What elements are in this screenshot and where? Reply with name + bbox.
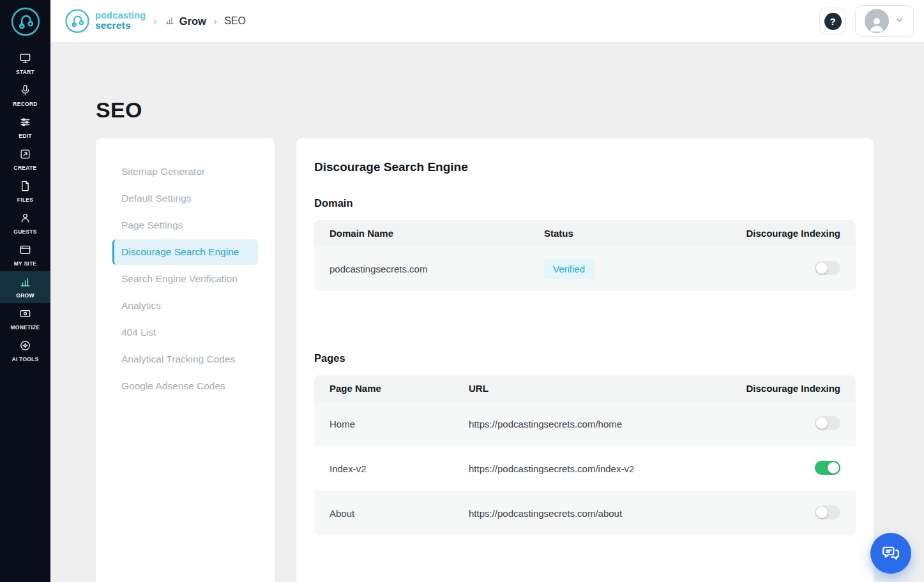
subnav-item-default-settings[interactable]: Default Settings	[112, 186, 258, 211]
domain-section-heading: Domain	[314, 197, 856, 209]
sidebar-item-label: GUESTS	[13, 228, 36, 235]
column-header-discourage-indexing: Discourage Indexing	[746, 228, 840, 239]
subnav-item-sitemap-generator[interactable]: Sitemap Generator	[112, 159, 258, 184]
sidebar-item-my-site[interactable]: MY SITE	[0, 239, 50, 271]
pages-section-heading: Pages	[314, 352, 856, 364]
podcasting-secrets-logo-icon	[10, 29, 42, 40]
create-icon	[19, 148, 31, 163]
breadcrumb-grow-label: Grow	[179, 15, 206, 27]
brand[interactable]: podcasting secrets	[64, 8, 146, 34]
main-content: SEO Sitemap Generator Default Settings P…	[50, 43, 924, 582]
app-window: START RECORD EDIT CREATE FILES GUESTS	[0, 0, 924, 582]
sidebar-item-grow[interactable]: GROW	[0, 271, 50, 303]
sidebar-item-guests[interactable]: GUESTS	[0, 207, 50, 239]
column-header-domain-name: Domain Name	[329, 228, 544, 239]
help-icon: ?	[824, 13, 842, 30]
table-row: Index-v2 https://podcastingsecrets.com/i…	[314, 446, 856, 491]
domain-table-header: Domain Name Status Discourage Indexing	[314, 220, 856, 246]
record-mic-icon	[19, 84, 31, 99]
sidebar-item-edit[interactable]: EDIT	[0, 112, 50, 144]
breadcrumb-grow[interactable]: Grow	[164, 15, 206, 28]
avatar	[865, 9, 889, 33]
page-url-cell: https://podcastingsecrets.com/home	[469, 419, 719, 429]
breadcrumb-seo: SEO	[224, 15, 246, 27]
column-header-page-name: Page Name	[329, 383, 469, 394]
pages-table: Page Name URL Discourage Indexing Home h…	[314, 375, 856, 535]
sidebar-item-label: FILES	[17, 197, 33, 203]
seo-subnav: Sitemap Generator Default Settings Page …	[96, 138, 275, 582]
files-icon	[19, 180, 31, 195]
sidebar-item-label: MY SITE	[14, 260, 37, 267]
app-logo[interactable]	[10, 6, 42, 38]
column-header-discourage-indexing: Discourage Indexing	[746, 383, 840, 394]
guests-person-icon	[19, 212, 31, 227]
sidebar-item-label: START	[16, 69, 34, 75]
table-row: About https://podcastingsecrets.com/abou…	[314, 491, 856, 535]
sidebar-item-label: AI TOOLS	[12, 356, 39, 362]
domain-name-cell: podcastingsecrets.com	[329, 264, 544, 274]
subnav-item-404-list[interactable]: 404 List	[112, 320, 258, 345]
domain-table: Domain Name Status Discourage Indexing p…	[314, 220, 856, 291]
main-column: podcasting secrets › Grow › SEO ?	[50, 0, 924, 582]
grow-chart-icon	[19, 276, 31, 290]
chat-fab-button[interactable]	[870, 533, 911, 574]
verified-status-badge: Verified	[544, 259, 594, 279]
subnav-item-analytics[interactable]: Analytics	[112, 293, 258, 318]
chevron-right-icon: ›	[213, 14, 217, 28]
discourage-indexing-toggle[interactable]	[815, 261, 840, 275]
sidebar-item-label: RECORD	[13, 101, 37, 107]
chat-bubble-icon	[881, 543, 900, 564]
account-menu[interactable]	[855, 5, 914, 37]
page-name-cell: Index-v2	[329, 463, 469, 474]
sidebar-item-label: EDIT	[19, 133, 31, 139]
brand-text: podcasting secrets	[95, 11, 146, 31]
table-row: podcastingsecrets.com Verified	[314, 246, 856, 291]
pages-table-header: Page Name URL Discourage Indexing	[314, 375, 856, 401]
subnav-item-page-settings[interactable]: Page Settings	[112, 213, 258, 238]
sidebar-item-record[interactable]: RECORD	[0, 80, 50, 112]
sidebar-item-files[interactable]: FILES	[0, 175, 50, 207]
subnav-item-analytical-tracking-codes[interactable]: Analytical Tracking Codes	[112, 347, 258, 372]
my-site-browser-icon	[19, 244, 31, 258]
column-header-status: Status	[544, 228, 719, 239]
page-name-cell: Home	[329, 419, 469, 429]
edit-sliders-icon	[19, 116, 31, 131]
subnav-item-search-engine-verification[interactable]: Search Engine Verification	[112, 266, 258, 292]
sidebar-item-create[interactable]: CREATE	[0, 144, 50, 175]
sidebar-nav: START RECORD EDIT CREATE FILES GUESTS	[0, 48, 50, 367]
subnav-item-discourage-search-engine[interactable]: Discourage Search Engine	[112, 239, 258, 265]
discourage-indexing-toggle[interactable]	[815, 505, 840, 519]
brand-logo-icon	[64, 8, 91, 34]
top-header: podcasting secrets › Grow › SEO ?	[50, 0, 924, 43]
ai-tools-sparkle-icon	[19, 340, 31, 354]
table-row: Home https://podcastingsecrets.com/home	[314, 401, 856, 446]
sidebar: START RECORD EDIT CREATE FILES GUESTS	[0, 0, 50, 582]
subnav-item-google-adsense-codes[interactable]: Google Adsense Codes	[112, 373, 258, 399]
discourage-indexing-toggle[interactable]	[815, 461, 840, 475]
chevron-down-icon	[895, 15, 904, 27]
sidebar-item-ai-tools[interactable]: AI TOOLS	[0, 335, 50, 367]
sidebar-item-monetize[interactable]: MONETIZE	[0, 303, 50, 335]
sidebar-item-start[interactable]: START	[0, 48, 50, 80]
monetize-banknote-icon	[19, 308, 31, 322]
content-columns: Sitemap Generator Default Settings Page …	[96, 138, 874, 582]
sidebar-item-label: CREATE	[14, 165, 37, 171]
sidebar-item-label: MONETIZE	[11, 324, 40, 331]
page-url-cell: https://podcastingsecrets.com/about	[469, 508, 719, 519]
column-header-url: URL	[469, 383, 719, 394]
breadcrumb-grow-chart-icon	[164, 15, 175, 28]
chevron-right-icon: ›	[153, 14, 156, 28]
breadcrumb-seo-label: SEO	[224, 15, 246, 26]
panel-title: Discourage Search Engine	[314, 160, 856, 174]
discourage-search-engine-panel: Discourage Search Engine Domain Domain N…	[296, 138, 874, 582]
page-title: SEO	[96, 98, 874, 123]
brand-line1: podcasting	[95, 11, 146, 21]
sidebar-item-label: GROW	[16, 292, 34, 299]
start-icon	[19, 52, 31, 67]
page-name-cell: About	[329, 508, 469, 519]
header-actions: ?	[819, 5, 914, 37]
help-button[interactable]: ?	[819, 8, 846, 34]
page-url-cell: https://podcastingsecrets.com/index-v2	[469, 463, 719, 474]
brand-line2: secrets	[95, 20, 146, 31]
discourage-indexing-toggle[interactable]	[815, 416, 840, 430]
